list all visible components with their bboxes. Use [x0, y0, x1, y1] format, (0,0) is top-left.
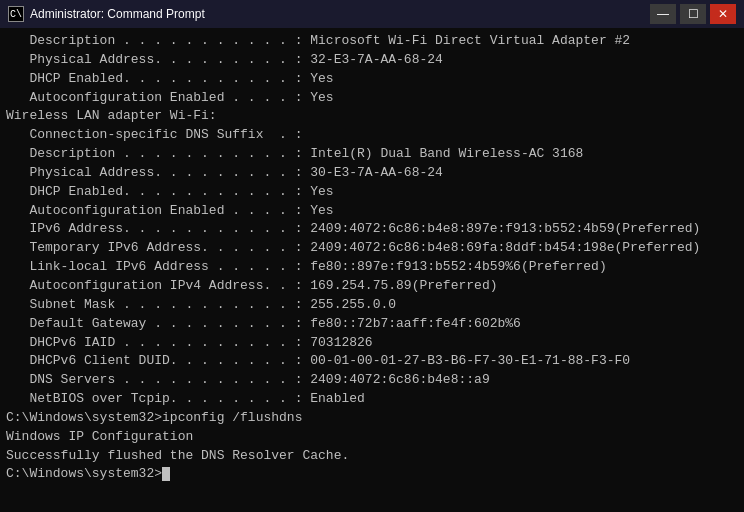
minimize-button[interactable]: —	[650, 4, 676, 24]
console-line: Description . . . . . . . . . . . : Micr…	[6, 32, 738, 51]
maximize-button[interactable]: ☐	[680, 4, 706, 24]
console-line: Autoconfiguration Enabled . . . . : Yes	[6, 89, 738, 108]
console-line: Wireless LAN adapter Wi-Fi:	[6, 107, 738, 126]
console-line: Windows IP Configuration	[6, 428, 738, 447]
console-line: Physical Address. . . . . . . . . : 30-E…	[6, 164, 738, 183]
console-line: NetBIOS over Tcpip. . . . . . . . : Enab…	[6, 390, 738, 409]
console-line: Default Gateway . . . . . . . . . : fe80…	[6, 315, 738, 334]
console-line: DHCPv6 IAID . . . . . . . . . . . : 7031…	[6, 334, 738, 353]
console-line: Connection-specific DNS Suffix . :	[6, 126, 738, 145]
console-line: DHCP Enabled. . . . . . . . . . . : Yes	[6, 183, 738, 202]
console-line: Autoconfiguration Enabled . . . . : Yes	[6, 202, 738, 221]
console-line: IPv6 Address. . . . . . . . . . . : 2409…	[6, 220, 738, 239]
console-line: Temporary IPv6 Address. . . . . . : 2409…	[6, 239, 738, 258]
console-line: Autoconfiguration IPv4 Address. . : 169.…	[6, 277, 738, 296]
console-line: C:\Windows\system32>	[6, 465, 738, 484]
console-line: Subnet Mask . . . . . . . . . . . : 255.…	[6, 296, 738, 315]
console-line: DHCPv6 Client DUID. . . . . . . . : 00-0…	[6, 352, 738, 371]
console-line: Link-local IPv6 Address . . . . . : fe80…	[6, 258, 738, 277]
close-button[interactable]: ✕	[710, 4, 736, 24]
window-icon: C\	[8, 6, 24, 22]
console-line: DNS Servers . . . . . . . . . . . : 2409…	[6, 371, 738, 390]
console-area: Description . . . . . . . . . . . : Micr…	[0, 28, 744, 512]
console-line: Physical Address. . . . . . . . . : 32-E…	[6, 51, 738, 70]
console-line: C:\Windows\system32>ipconfig /flushdns	[6, 409, 738, 428]
console-line: DHCP Enabled. . . . . . . . . . . : Yes	[6, 70, 738, 89]
cursor	[162, 467, 170, 481]
console-line: Description . . . . . . . . . . . : Inte…	[6, 145, 738, 164]
title-bar: C\ Administrator: Command Prompt — ☐ ✕	[0, 0, 744, 28]
window-title: Administrator: Command Prompt	[30, 7, 205, 21]
console-line: Successfully flushed the DNS Resolver Ca…	[6, 447, 738, 466]
